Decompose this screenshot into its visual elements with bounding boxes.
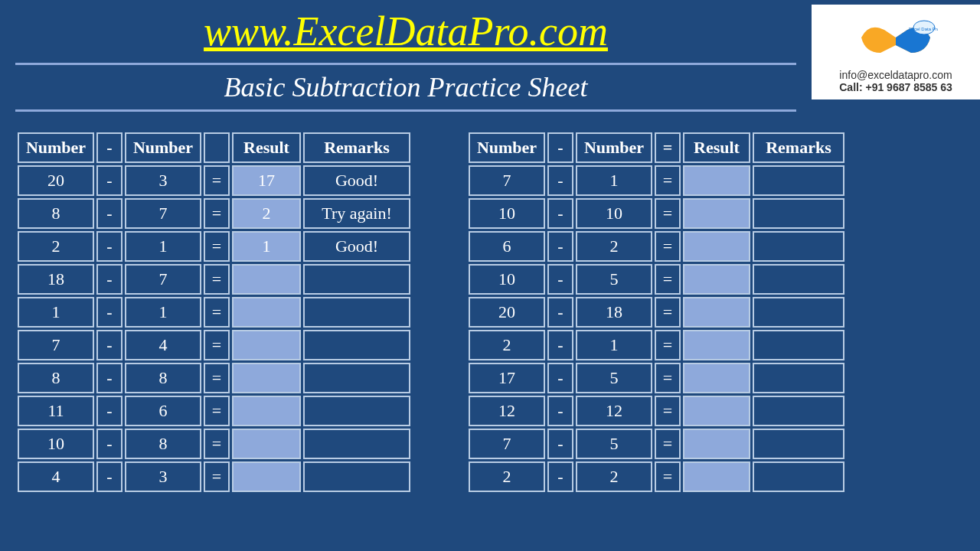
cell-remarks bbox=[753, 461, 844, 492]
cell-equals: = bbox=[204, 363, 230, 393]
cell-result[interactable] bbox=[683, 461, 750, 492]
header: www.ExcelDataPro.com Basic Subtraction P… bbox=[0, 0, 980, 115]
contact-phone: Call: +91 9687 8585 63 bbox=[815, 81, 977, 93]
cell-equals: = bbox=[204, 330, 230, 360]
cell-remarks bbox=[753, 363, 844, 393]
cell-result[interactable] bbox=[232, 264, 301, 295]
cell-number-a: 20 bbox=[18, 165, 94, 196]
table-row: 2-1= bbox=[469, 330, 844, 360]
cell-remarks bbox=[753, 330, 844, 360]
cell-minus: - bbox=[547, 396, 573, 426]
cell-result[interactable] bbox=[683, 165, 750, 196]
cell-number-b: 3 bbox=[125, 165, 201, 196]
cell-minus: - bbox=[96, 231, 122, 262]
table-row: 10-10= bbox=[469, 198, 844, 229]
cell-equals: = bbox=[655, 198, 681, 229]
practice-table-right: Number - Number = Result Remarks 7-1=10-… bbox=[466, 130, 847, 494]
col-number-b: Number bbox=[576, 132, 652, 163]
cell-number-b: 2 bbox=[576, 231, 652, 262]
cell-remarks bbox=[753, 264, 844, 295]
cell-minus: - bbox=[547, 330, 573, 360]
cell-minus: - bbox=[547, 264, 573, 295]
cell-result[interactable] bbox=[683, 198, 750, 229]
practice-table-left: Number - Number Result Remarks 20-3=17Go… bbox=[15, 130, 413, 494]
contact-email: info@exceldatapro.com bbox=[815, 69, 977, 81]
cell-minus: - bbox=[96, 165, 122, 196]
table-row: 6-2= bbox=[469, 231, 844, 262]
cell-minus: - bbox=[96, 363, 122, 393]
cell-number-b: 8 bbox=[125, 429, 201, 459]
cell-number-b: 18 bbox=[576, 297, 652, 328]
divider bbox=[15, 109, 796, 112]
cell-equals: = bbox=[204, 264, 230, 295]
table-row: 18-7= bbox=[18, 264, 410, 295]
cell-number-a: 2 bbox=[469, 330, 545, 360]
cell-result[interactable] bbox=[683, 231, 750, 262]
page-subtitle: Basic Subtraction Practice Sheet bbox=[15, 68, 796, 106]
cell-minus: - bbox=[547, 363, 573, 393]
table-header-row: Number - Number = Result Remarks bbox=[469, 132, 844, 163]
cell-equals: = bbox=[655, 231, 681, 262]
cell-remarks bbox=[753, 231, 844, 262]
cell-number-a: 11 bbox=[18, 396, 94, 426]
table-row: 2-2= bbox=[469, 461, 844, 492]
cell-result[interactable]: 1 bbox=[232, 231, 301, 262]
cell-result[interactable] bbox=[232, 330, 301, 360]
cell-result[interactable]: 2 bbox=[232, 198, 301, 229]
table-row: 8-8= bbox=[18, 363, 410, 393]
cell-remarks bbox=[753, 165, 844, 196]
cell-remarks bbox=[303, 264, 410, 295]
col-equals: = bbox=[655, 132, 681, 163]
table-row: 8-7=2Try again! bbox=[18, 198, 410, 229]
table-row: 20-18= bbox=[469, 297, 844, 328]
cell-number-a: 4 bbox=[18, 461, 94, 492]
col-minus: - bbox=[547, 132, 573, 163]
cell-minus: - bbox=[547, 198, 573, 229]
cell-number-a: 7 bbox=[469, 429, 545, 459]
cell-result[interactable] bbox=[683, 429, 750, 459]
cell-result[interactable]: 17 bbox=[232, 165, 301, 196]
col-number-b: Number bbox=[125, 132, 201, 163]
cell-result[interactable] bbox=[683, 330, 750, 360]
table-row: 17-5= bbox=[469, 363, 844, 393]
cell-number-a: 2 bbox=[469, 461, 545, 492]
col-number-a: Number bbox=[18, 132, 94, 163]
cell-remarks bbox=[303, 461, 410, 492]
table-row: 10-5= bbox=[469, 264, 844, 295]
cell-number-a: 8 bbox=[18, 363, 94, 393]
cell-minus: - bbox=[96, 429, 122, 459]
cell-equals: = bbox=[204, 396, 230, 426]
cell-result[interactable] bbox=[683, 297, 750, 328]
cell-result[interactable] bbox=[232, 461, 301, 492]
cell-result[interactable] bbox=[232, 297, 301, 328]
cell-result[interactable] bbox=[232, 363, 301, 393]
cell-result[interactable] bbox=[232, 429, 301, 459]
table-row: 4-3= bbox=[18, 461, 410, 492]
cell-equals: = bbox=[204, 429, 230, 459]
cell-result[interactable] bbox=[232, 396, 301, 426]
table-row: 7-5= bbox=[469, 429, 844, 459]
cell-number-b: 12 bbox=[576, 396, 652, 426]
site-url-title: www.ExcelDataPro.com bbox=[15, 8, 796, 60]
table-row: 10-8= bbox=[18, 429, 410, 459]
cell-number-a: 18 bbox=[18, 264, 94, 295]
cell-equals: = bbox=[655, 363, 681, 393]
table-row: 7-4= bbox=[18, 330, 410, 360]
cell-remarks bbox=[753, 198, 844, 229]
table-row: 7-1= bbox=[469, 165, 844, 196]
cell-remarks bbox=[303, 363, 410, 393]
cell-number-b: 1 bbox=[125, 231, 201, 262]
cell-remarks bbox=[303, 330, 410, 360]
cell-result[interactable] bbox=[683, 264, 750, 295]
cell-number-a: 10 bbox=[18, 429, 94, 459]
cell-remarks: Try again! bbox=[303, 198, 410, 229]
cell-minus: - bbox=[96, 297, 122, 328]
cell-remarks: Good! bbox=[303, 165, 410, 196]
col-result: Result bbox=[232, 132, 301, 163]
cell-result[interactable] bbox=[683, 363, 750, 393]
cell-result[interactable] bbox=[683, 396, 750, 426]
cell-number-b: 7 bbox=[125, 198, 201, 229]
table-row: 11-6= bbox=[18, 396, 410, 426]
cell-number-b: 5 bbox=[576, 363, 652, 393]
cell-equals: = bbox=[655, 330, 681, 360]
